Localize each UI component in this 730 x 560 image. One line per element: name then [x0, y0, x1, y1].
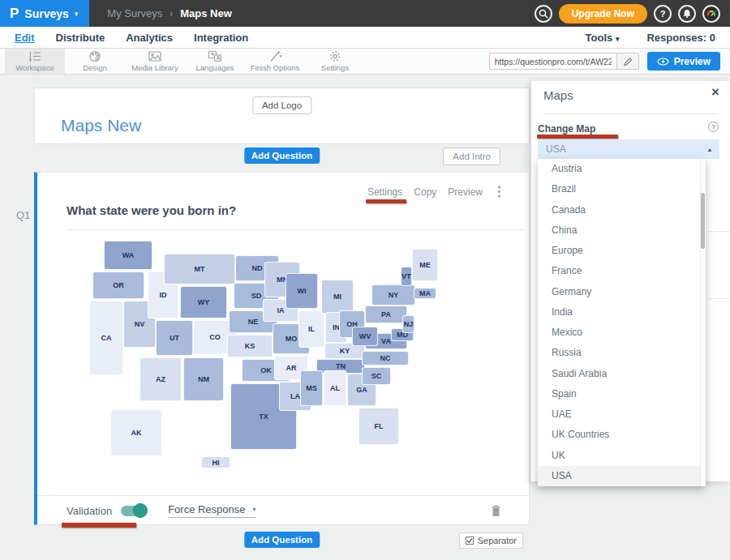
map-state-wa[interactable]: WA [104, 241, 152, 270]
change-map-help-icon[interactable]: ? [708, 122, 719, 132]
map-option-france[interactable]: France [538, 261, 706, 281]
map-state-hi[interactable]: HI [201, 456, 230, 468]
product-switcher[interactable]: P Surveys ▾ [0, 0, 89, 27]
map-state-ny[interactable]: NY [371, 284, 415, 306]
validation-row: Validation Force Response ▾ [67, 495, 501, 526]
breadcrumb-current: Maps New [180, 7, 232, 19]
preview-button[interactable]: Preview [647, 52, 720, 71]
scrollbar-thumb[interactable] [701, 193, 705, 249]
tab-edit[interactable]: Edit [15, 32, 35, 44]
checkbox-checked-icon [466, 536, 474, 545]
upgrade-now-button[interactable]: Upgrade Now [559, 4, 647, 24]
question-copy-link[interactable]: Copy [414, 186, 436, 198]
change-map-label: Change Map [538, 123, 595, 135]
toolbar-item-languages[interactable]: A Languages [185, 49, 245, 74]
map-state-mt[interactable]: MT [164, 254, 235, 284]
map-state-nc[interactable]: NC [362, 351, 409, 365]
add-logo-button[interactable]: Add Logo [252, 96, 311, 114]
map-state-al[interactable]: AL [324, 370, 346, 406]
map-state-me[interactable]: ME [412, 249, 438, 281]
edit-link-button[interactable] [617, 53, 639, 70]
toolbar-item-finish-options[interactable]: Finish Options [245, 49, 305, 74]
question-text-underline [67, 229, 526, 230]
map-option-spain[interactable]: Spain [538, 384, 706, 404]
add-intro-button[interactable]: Add Intro [443, 147, 500, 165]
question-settings-link[interactable]: Settings [367, 186, 402, 198]
more-options-button[interactable] [497, 186, 501, 198]
search-button[interactable] [535, 5, 552, 23]
magic-wand-icon [268, 50, 282, 62]
survey-nav: Edit Distribute Analytics Integration To… [0, 27, 730, 49]
account-avatar[interactable] [702, 5, 720, 23]
map-option-uae[interactable]: UAE [538, 404, 706, 425]
map-state-ut[interactable]: UT [156, 320, 193, 356]
close-panel-button[interactable]: × [711, 84, 719, 100]
survey-link-input[interactable] [489, 53, 617, 70]
map-option-germany[interactable]: Germany [538, 282, 706, 302]
map-option-austria[interactable]: Austria [538, 159, 706, 179]
breadcrumb-my-surveys[interactable]: My Surveys [107, 7, 162, 19]
toolbar-item-label: Media Library [131, 63, 178, 72]
map-state-fl[interactable]: FL [359, 408, 399, 445]
map-option-china[interactable]: China [538, 220, 706, 241]
panel-section-edge [708, 298, 730, 299]
map-option-usa[interactable]: USA [538, 466, 706, 486]
delete-question-button[interactable] [491, 505, 501, 517]
map-select[interactable]: USA ▴ [538, 139, 719, 159]
map-option-russia[interactable]: Russia [538, 343, 706, 363]
map-state-az[interactable]: AZ [140, 357, 182, 401]
notifications-button[interactable] [678, 5, 696, 23]
image-icon [148, 50, 162, 62]
toolbar-item-label: Settings [321, 63, 349, 72]
pencil-icon [623, 57, 633, 66]
map-option-uk[interactable]: UK [538, 446, 706, 466]
map-state-ks[interactable]: KS [227, 335, 273, 357]
map-state-ca[interactable]: CA [89, 301, 123, 375]
map-state-ms[interactable]: MS [300, 370, 323, 406]
dropdown-scrollbar[interactable] [700, 159, 706, 486]
toolbar-item-workspace[interactable]: Workspace [5, 49, 65, 74]
tab-analytics[interactable]: Analytics [126, 32, 173, 44]
question-text[interactable]: What state were you born in? [67, 203, 236, 217]
force-response-dropdown[interactable]: Force Response ▾ [168, 503, 256, 518]
validation-toggle[interactable] [121, 506, 145, 516]
map-state-vt[interactable]: VT [401, 267, 412, 286]
map-state-nm[interactable]: NM [183, 357, 224, 401]
map-state-il[interactable]: IL [298, 310, 324, 348]
map-option-uk-countries[interactable]: UK Countries [538, 425, 706, 445]
map-option-india[interactable]: India [538, 302, 706, 323]
survey-title[interactable]: Maps New [61, 116, 141, 135]
map-state-nj[interactable]: NJ [402, 315, 414, 333]
separator-button[interactable]: Separator [459, 532, 523, 549]
map-state-wi[interactable]: WI [286, 273, 318, 309]
toolbar-item-settings[interactable]: Settings [305, 49, 365, 74]
tab-integration[interactable]: Integration [194, 32, 248, 44]
map-options-list: AustriaBrazilCanadaChinaEuropeFranceGerm… [538, 159, 706, 486]
map-state-pa[interactable]: PA [365, 306, 407, 323]
add-question-button-bottom[interactable]: Add Question [244, 532, 320, 548]
tab-distribute[interactable]: Distribute [56, 32, 105, 44]
help-button[interactable]: ? [654, 5, 672, 23]
gear-icon [328, 50, 341, 62]
map-option-canada[interactable]: Canada [538, 200, 706, 220]
annotation-underline-settings [366, 199, 406, 203]
map-option-mexico[interactable]: Mexico [538, 323, 706, 343]
workspace-icon [28, 50, 42, 62]
toolbar-item-design[interactable]: Design [65, 49, 125, 74]
trash-icon [491, 505, 501, 517]
question-preview-link[interactable]: Preview [448, 186, 483, 198]
toolbar-item-label: Finish Options [251, 63, 300, 72]
map-state-ma[interactable]: MA [414, 288, 436, 299]
toolbar-item-media-library[interactable]: Media Library [125, 49, 185, 74]
map-state-wv[interactable]: WV [352, 327, 378, 346]
map-state-mi[interactable]: MI [321, 280, 354, 314]
add-question-button[interactable]: Add Question [244, 147, 320, 164]
map-state-wy[interactable]: WY [180, 286, 227, 318]
map-state-sc[interactable]: SC [362, 367, 391, 385]
map-state-ak[interactable]: AK [110, 409, 162, 456]
map-option-saudi-arabia[interactable]: Saudi Arabia [538, 364, 706, 384]
map-option-brazil[interactable]: Brazil [538, 179, 706, 199]
map-option-europe[interactable]: Europe [538, 241, 706, 261]
map-state-or[interactable]: OR [92, 271, 144, 299]
tools-menu[interactable]: Tools ▾ [586, 32, 620, 44]
